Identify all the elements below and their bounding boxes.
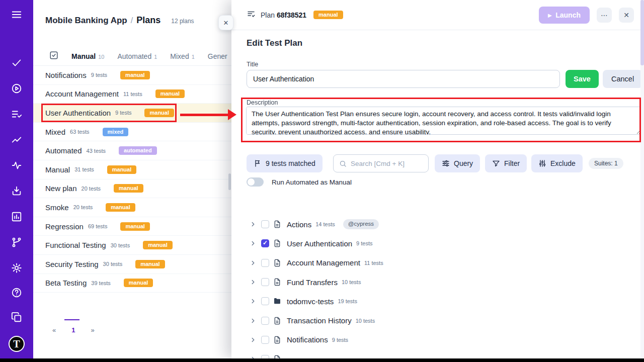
suite-row-transaction-history[interactable]: Transaction History 10 tests bbox=[231, 311, 644, 330]
suite-tag: @cypress bbox=[343, 219, 379, 229]
panel-close-button[interactable]: ✕ bbox=[218, 15, 233, 30]
plan-test-count: 20 tests bbox=[82, 186, 101, 192]
app-logo[interactable]: T bbox=[9, 336, 25, 352]
plan-row-beta-testing[interactable]: Beta Testing 39 tests manual bbox=[33, 274, 231, 293]
plan-row-manual[interactable]: Manual 31 tests manual bbox=[33, 160, 231, 179]
chevron-right-icon[interactable] bbox=[249, 336, 257, 344]
suite-checkbox[interactable] bbox=[261, 220, 269, 228]
save-button[interactable]: Save bbox=[566, 70, 599, 88]
plan-test-count: 30 tests bbox=[111, 242, 130, 248]
select-plans-icon[interactable] bbox=[49, 51, 58, 62]
gear-icon[interactable] bbox=[11, 262, 23, 274]
suite-name: todomvc-tests bbox=[287, 297, 334, 306]
play-icon: ▸ bbox=[548, 11, 551, 19]
plan-row-regression[interactable]: Regression 69 tests manual bbox=[33, 217, 231, 236]
suite-name: Account Management bbox=[287, 258, 360, 267]
suite-checkbox[interactable] bbox=[261, 297, 269, 305]
chevron-right-icon[interactable] bbox=[249, 297, 257, 305]
plan-type-badge: mixed bbox=[103, 128, 129, 136]
activity-icon[interactable] bbox=[11, 159, 23, 171]
title-input[interactable] bbox=[247, 70, 560, 88]
suite-row-account-management[interactable]: Account Management 11 tests bbox=[231, 253, 644, 273]
chevron-right-icon[interactable] bbox=[249, 317, 257, 325]
pagination-next[interactable]: » bbox=[90, 322, 95, 338]
bar-chart-icon[interactable] bbox=[11, 211, 23, 223]
tab-general[interactable]: Gener bbox=[208, 52, 227, 60]
folder-icon bbox=[273, 297, 281, 306]
plan-test-count: 20 tests bbox=[73, 204, 93, 210]
chevron-right-icon[interactable] bbox=[249, 239, 257, 247]
tab-manual[interactable]: Manual10 bbox=[71, 52, 104, 60]
exclude-button[interactable]: Exclude bbox=[531, 154, 583, 172]
query-button[interactable]: Query bbox=[435, 154, 480, 172]
plan-row-security-testing[interactable]: Security Testing 30 tests manual bbox=[33, 255, 231, 274]
plan-row-automated[interactable]: Automated 43 tests automated bbox=[33, 141, 231, 160]
suite-row-user-authentication[interactable]: User Authentication 9 tests bbox=[231, 234, 644, 253]
suite-checkbox[interactable] bbox=[261, 278, 269, 286]
suite-test-count: 10 tests bbox=[356, 318, 375, 324]
list-check-icon[interactable] bbox=[11, 108, 23, 120]
suite-row-actions[interactable]: Actions 14 tests @cypress bbox=[231, 215, 644, 234]
plan-row-smoke[interactable]: Smoke 20 tests manual bbox=[33, 198, 231, 217]
pagination-prev[interactable]: « bbox=[51, 322, 57, 338]
chevron-right-icon[interactable] bbox=[249, 220, 257, 228]
suite-checkbox[interactable] bbox=[261, 317, 269, 325]
plan-test-count: 11 tests bbox=[123, 91, 142, 97]
plan-name: Functional Testing bbox=[45, 241, 106, 249]
search-box[interactable] bbox=[333, 154, 429, 172]
play-circle-icon[interactable] bbox=[11, 82, 23, 95]
drawer-scrollbar-thumb[interactable] bbox=[640, 0, 644, 65]
suite-row-fund-transfers[interactable]: Fund Transfers 10 tests bbox=[231, 273, 644, 292]
tests-matched-button[interactable]: 9 tests matched bbox=[247, 154, 323, 172]
suite-row-partial[interactable] bbox=[231, 349, 644, 359]
search-input[interactable] bbox=[351, 160, 423, 167]
import-icon[interactable] bbox=[11, 185, 23, 197]
chevron-right-icon[interactable] bbox=[249, 278, 257, 286]
help-icon[interactable] bbox=[11, 287, 23, 299]
menu-icon[interactable] bbox=[11, 9, 23, 21]
plan-row-account-management[interactable]: Account Management 11 tests manual bbox=[33, 85, 231, 104]
plans-scrollbar-thumb[interactable] bbox=[228, 173, 231, 190]
description-textarea[interactable]: The User Authentication Test Plan ensure… bbox=[246, 107, 641, 135]
check-icon[interactable] bbox=[11, 57, 23, 69]
filter-button[interactable]: Filter bbox=[485, 154, 527, 172]
plan-row-new-plan[interactable]: New plan 20 tests manual bbox=[33, 179, 231, 199]
tab-automated[interactable]: Automated1 bbox=[117, 52, 157, 60]
chevron-right-icon[interactable] bbox=[249, 259, 257, 267]
run-automated-toggle-row: Run Automated as Manual bbox=[247, 177, 352, 187]
run-automated-toggle[interactable] bbox=[247, 177, 264, 187]
plan-test-count: 31 tests bbox=[74, 166, 94, 172]
drawer-topbar: Plan 68f38521 manual ▸Launch ⋯ ✕ bbox=[231, 0, 644, 30]
launch-button[interactable]: ▸Launch bbox=[539, 7, 590, 24]
plan-name: Manual bbox=[45, 165, 70, 174]
suite-row-todomvc-tests[interactable]: todomvc-tests 19 tests bbox=[231, 292, 644, 311]
plan-row-notifications[interactable]: Notifications 9 tests manual bbox=[33, 66, 231, 85]
toggle-label: Run Automated as Manual bbox=[272, 178, 352, 186]
plans-count: 12 plans bbox=[171, 18, 194, 25]
plan-row-functional-testing[interactable]: Functional Testing 30 tests manual bbox=[33, 236, 231, 255]
plan-row-user-authentication[interactable]: User Authentication 9 tests manual bbox=[33, 104, 231, 123]
pagination-page-1[interactable]: 1 bbox=[70, 322, 76, 338]
plan-name: Beta Testing bbox=[45, 279, 87, 287]
more-options-button[interactable]: ⋯ bbox=[597, 8, 612, 23]
drawer-scrollbar-track[interactable] bbox=[640, 0, 644, 359]
suite-checkbox[interactable] bbox=[261, 336, 269, 344]
suites-count-badge: Suites: 1 bbox=[589, 158, 623, 169]
plan-test-count: 63 tests bbox=[70, 129, 90, 135]
file-icon bbox=[273, 278, 281, 287]
copy-icon[interactable] bbox=[11, 311, 23, 323]
file-icon bbox=[273, 258, 281, 267]
cancel-button[interactable]: Cancel bbox=[603, 70, 642, 88]
branch-icon[interactable] bbox=[11, 236, 23, 248]
plan-type-badge: manual bbox=[120, 71, 150, 79]
suite-checkbox[interactable] bbox=[261, 239, 269, 247]
suite-row-notifications[interactable]: Notifications 9 tests bbox=[231, 330, 644, 349]
suite-checkbox[interactable] bbox=[261, 259, 269, 267]
trend-icon[interactable] bbox=[11, 134, 23, 146]
plan-name: Account Management bbox=[45, 89, 119, 98]
tests-matched-icon bbox=[254, 159, 262, 167]
plan-type-badge: manual bbox=[106, 203, 135, 212]
tab-mixed[interactable]: Mixed1 bbox=[170, 52, 194, 60]
plan-row-mixed[interactable]: Mixed 63 tests mixed bbox=[33, 123, 231, 142]
drawer-close-button[interactable]: ✕ bbox=[619, 8, 634, 23]
